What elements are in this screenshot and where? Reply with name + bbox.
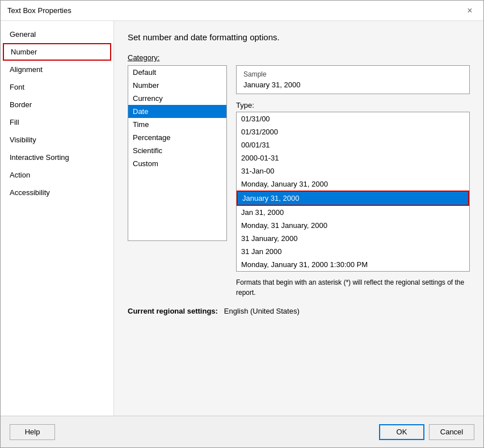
type-label: Type:: [236, 101, 470, 109]
sidebar-item-accessibility[interactable]: Accessibility: [1, 184, 113, 201]
category-item-default[interactable]: Default: [128, 66, 226, 79]
cancel-button[interactable]: Cancel: [429, 424, 474, 440]
right-panel: Sample January 31, 2000 Type: 01/31/00 0…: [236, 65, 470, 298]
type-item-10[interactable]: 31 January, 2000: [237, 232, 469, 245]
regional-value: English (United States): [224, 307, 300, 315]
regional-label: Current regional settings:: [128, 307, 218, 315]
regional-settings-row: Current regional settings: English (Unit…: [128, 307, 470, 315]
category-item-number[interactable]: Number: [128, 79, 226, 92]
content-area: Set number and date formatting options. …: [114, 21, 483, 416]
sidebar-item-interactive-sorting[interactable]: Interactive Sorting: [1, 149, 113, 166]
type-listbox[interactable]: 01/31/00 01/31/2000 00/01/31 2000-01-31 …: [236, 112, 470, 272]
sidebar-item-number[interactable]: Number: [3, 43, 111, 61]
dialog-body: General Number Alignment Font Border Fil…: [1, 21, 483, 416]
type-item-2[interactable]: 01/31/2000: [237, 125, 469, 138]
category-item-scientific[interactable]: Scientific: [128, 144, 226, 157]
category-item-time[interactable]: Time: [128, 118, 226, 131]
category-item-date[interactable]: Date: [128, 105, 226, 118]
content-header: Set number and date formatting options.: [128, 32, 470, 42]
text-box-properties-dialog: Text Box Properties × General Number Ali…: [0, 0, 484, 448]
sidebar-item-general[interactable]: General: [1, 26, 113, 43]
sidebar-item-font[interactable]: Font: [1, 78, 113, 96]
sidebar-item-alignment[interactable]: Alignment: [1, 61, 113, 78]
main-row: Default Number Currency Date Time Percen…: [128, 65, 470, 298]
close-button[interactable]: ×: [463, 4, 477, 18]
category-item-custom[interactable]: Custom: [128, 157, 226, 170]
title-bar: Text Box Properties ×: [1, 1, 483, 21]
ok-button[interactable]: OK: [379, 424, 424, 440]
type-item-8[interactable]: Jan 31, 2000: [237, 206, 469, 219]
sidebar-item-action[interactable]: Action: [1, 166, 113, 184]
type-item-4[interactable]: 2000-01-31: [237, 151, 469, 164]
type-item-6[interactable]: Monday, January 31, 2000: [237, 177, 469, 191]
sidebar-item-visibility[interactable]: Visibility: [1, 131, 113, 149]
format-note: Formats that begin with an asterisk (*) …: [236, 277, 470, 298]
category-item-currency[interactable]: Currency: [128, 92, 226, 105]
sample-box: Sample January 31, 2000: [236, 65, 470, 94]
category-list[interactable]: Default Number Currency Date Time Percen…: [128, 65, 227, 241]
type-item-1[interactable]: 01/31/00: [237, 112, 469, 125]
sidebar-item-border[interactable]: Border: [1, 96, 113, 113]
sample-label: Sample: [243, 70, 462, 78]
type-item-11[interactable]: 31 Jan 2000: [237, 245, 469, 258]
category-label: Category:: [128, 53, 470, 62]
category-item-percentage[interactable]: Percentage: [128, 131, 226, 144]
footer-right: OK Cancel: [379, 424, 474, 440]
type-item-5[interactable]: 31-Jan-00: [237, 164, 469, 177]
dialog-footer: Help OK Cancel: [1, 416, 483, 447]
type-item-9[interactable]: Monday, 31 January, 2000: [237, 219, 469, 232]
dialog-title: Text Box Properties: [7, 6, 71, 15]
type-item-7[interactable]: January 31, 2000: [237, 191, 469, 206]
type-item-3[interactable]: 00/01/31: [237, 138, 469, 151]
sidebar: General Number Alignment Font Border Fil…: [1, 21, 114, 416]
category-underline-char: C: [128, 53, 133, 62]
sample-value: January 31, 2000: [243, 81, 462, 89]
sidebar-item-fill[interactable]: Fill: [1, 113, 113, 131]
help-button[interactable]: Help: [10, 424, 55, 440]
type-item-12[interactable]: Monday, January 31, 2000 1:30:00 PM: [237, 258, 469, 271]
